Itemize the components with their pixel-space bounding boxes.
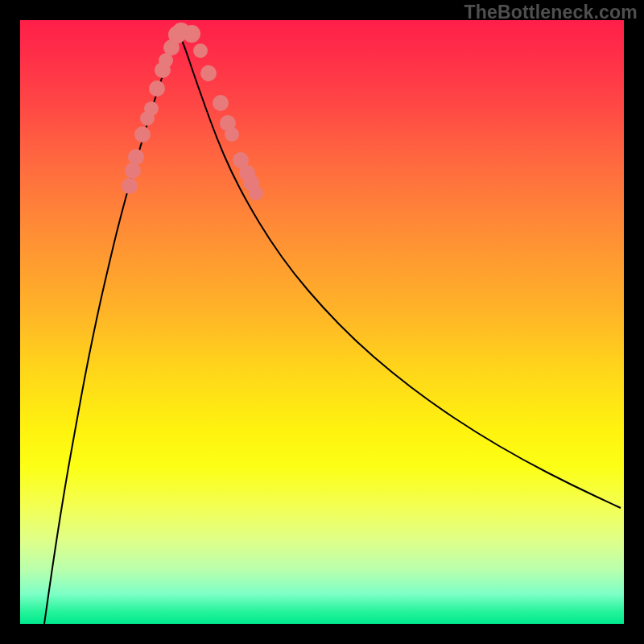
marker-dot (193, 43, 208, 58)
marker-dot (128, 149, 144, 165)
curve-left-branch (44, 31, 178, 624)
marker-dot (125, 163, 141, 179)
sample-markers (122, 23, 263, 200)
curve-right-branch (178, 31, 621, 508)
marker-dot (149, 80, 165, 97)
marker-dot (122, 178, 138, 194)
watermark-label: TheBottleneck.com (464, 2, 638, 23)
marker-dot (183, 25, 200, 43)
marker-dot (213, 95, 229, 111)
marker-dot (200, 65, 217, 81)
marker-dot (249, 186, 263, 200)
marker-dot (144, 101, 159, 116)
curve-layer (20, 20, 624, 624)
plot-area (20, 20, 624, 624)
marker-dot (134, 126, 151, 142)
chart-root: TheBottleneck.com (0, 0, 644, 644)
marker-dot (225, 127, 239, 142)
